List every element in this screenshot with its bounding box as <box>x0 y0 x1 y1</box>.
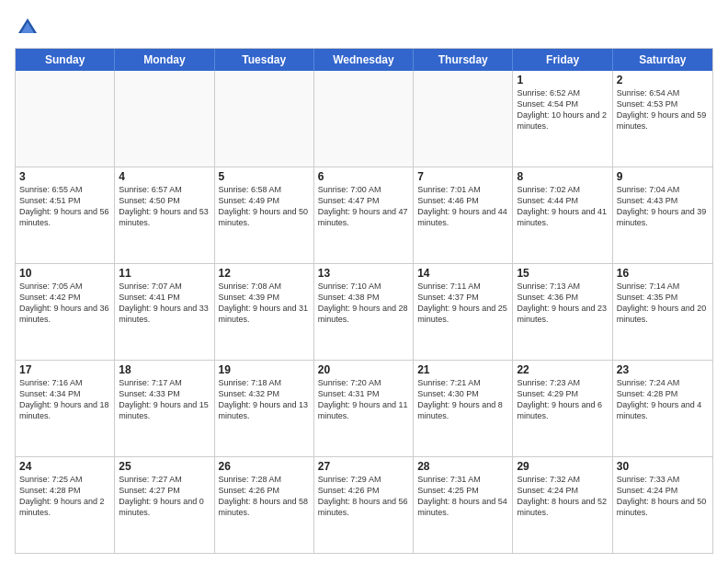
logo <box>15 15 44 40</box>
day-number: 16 <box>617 267 709 280</box>
cal-cell-r3-c4: 21Sunrise: 7:21 AM Sunset: 4:30 PM Dayli… <box>414 361 513 456</box>
header-day-friday: Friday <box>513 49 612 71</box>
calendar-header: SundayMondayTuesdayWednesdayThursdayFrid… <box>16 49 712 71</box>
cell-info: Sunrise: 6:52 AM Sunset: 4:54 PM Dayligh… <box>517 87 608 132</box>
day-number: 13 <box>318 267 409 280</box>
day-number: 23 <box>617 363 709 376</box>
cal-cell-r4-c2: 26Sunrise: 7:28 AM Sunset: 4:26 PM Dayli… <box>215 457 314 553</box>
calendar-row-1: 3Sunrise: 6:55 AM Sunset: 4:51 PM Daylig… <box>16 167 712 263</box>
cal-cell-r4-c5: 29Sunrise: 7:32 AM Sunset: 4:24 PM Dayli… <box>513 457 612 553</box>
day-number: 20 <box>318 363 409 376</box>
day-number: 15 <box>517 267 608 280</box>
cal-cell-r3-c1: 18Sunrise: 7:17 AM Sunset: 4:33 PM Dayli… <box>115 361 214 456</box>
day-number: 8 <box>517 170 608 183</box>
day-number: 21 <box>417 363 508 376</box>
day-number: 5 <box>219 170 310 183</box>
cell-info: Sunrise: 7:32 AM Sunset: 4:24 PM Dayligh… <box>517 474 608 519</box>
day-number: 7 <box>417 170 508 183</box>
cal-cell-r0-c0 <box>16 71 115 167</box>
day-number: 4 <box>119 170 210 183</box>
cell-info: Sunrise: 7:04 AM Sunset: 4:43 PM Dayligh… <box>617 184 709 229</box>
calendar-row-2: 10Sunrise: 7:05 AM Sunset: 4:42 PM Dayli… <box>16 263 712 360</box>
cal-cell-r3-c0: 17Sunrise: 7:16 AM Sunset: 4:34 PM Dayli… <box>16 361 115 456</box>
cal-cell-r1-c1: 4Sunrise: 6:57 AM Sunset: 4:50 PM Daylig… <box>115 167 214 263</box>
header-day-monday: Monday <box>115 49 214 71</box>
logo-icon <box>15 15 40 40</box>
cell-info: Sunrise: 6:55 AM Sunset: 4:51 PM Dayligh… <box>19 184 110 229</box>
cell-info: Sunrise: 7:18 AM Sunset: 4:32 PM Dayligh… <box>219 377 310 422</box>
day-number: 19 <box>219 363 310 376</box>
cal-cell-r2-c5: 15Sunrise: 7:13 AM Sunset: 4:36 PM Dayli… <box>513 264 612 360</box>
header-day-saturday: Saturday <box>613 49 712 71</box>
cal-cell-r3-c3: 20Sunrise: 7:20 AM Sunset: 4:31 PM Dayli… <box>314 361 414 456</box>
day-number: 10 <box>19 267 110 280</box>
day-number: 1 <box>517 74 608 86</box>
cal-cell-r4-c1: 25Sunrise: 7:27 AM Sunset: 4:27 PM Dayli… <box>115 457 214 553</box>
cell-info: Sunrise: 7:21 AM Sunset: 4:30 PM Dayligh… <box>417 377 508 422</box>
cal-cell-r2-c0: 10Sunrise: 7:05 AM Sunset: 4:42 PM Dayli… <box>16 264 115 360</box>
page: SundayMondayTuesdayWednesdayThursdayFrid… <box>0 0 728 563</box>
header-day-sunday: Sunday <box>16 49 115 71</box>
cal-cell-r1-c2: 5Sunrise: 6:58 AM Sunset: 4:49 PM Daylig… <box>215 167 314 263</box>
cal-cell-r4-c0: 24Sunrise: 7:25 AM Sunset: 4:28 PM Dayli… <box>16 457 115 553</box>
cal-cell-r0-c2 <box>215 71 314 167</box>
header-day-tuesday: Tuesday <box>215 49 314 71</box>
cal-cell-r0-c3 <box>314 71 414 167</box>
cell-info: Sunrise: 7:23 AM Sunset: 4:29 PM Dayligh… <box>517 377 608 422</box>
cal-cell-r3-c6: 23Sunrise: 7:24 AM Sunset: 4:28 PM Dayli… <box>613 361 712 456</box>
cal-cell-r0-c4 <box>414 71 513 167</box>
cell-info: Sunrise: 7:02 AM Sunset: 4:44 PM Dayligh… <box>517 184 608 229</box>
day-number: 12 <box>219 267 310 280</box>
header-day-thursday: Thursday <box>414 49 513 71</box>
calendar-row-0: 1Sunrise: 6:52 AM Sunset: 4:54 PM Daylig… <box>16 71 712 167</box>
cal-cell-r1-c5: 8Sunrise: 7:02 AM Sunset: 4:44 PM Daylig… <box>513 167 612 263</box>
day-number: 27 <box>318 460 409 473</box>
cal-cell-r3-c5: 22Sunrise: 7:23 AM Sunset: 4:29 PM Dayli… <box>513 361 612 456</box>
cell-info: Sunrise: 7:07 AM Sunset: 4:41 PM Dayligh… <box>119 281 210 326</box>
cal-cell-r4-c6: 30Sunrise: 7:33 AM Sunset: 4:24 PM Dayli… <box>613 457 712 553</box>
day-number: 14 <box>417 267 508 280</box>
cell-info: Sunrise: 7:00 AM Sunset: 4:47 PM Dayligh… <box>318 184 409 229</box>
header <box>15 11 713 40</box>
cal-cell-r2-c2: 12Sunrise: 7:08 AM Sunset: 4:39 PM Dayli… <box>215 264 314 360</box>
cell-info: Sunrise: 7:27 AM Sunset: 4:27 PM Dayligh… <box>119 474 210 519</box>
cell-info: Sunrise: 7:33 AM Sunset: 4:24 PM Dayligh… <box>617 474 709 519</box>
cal-cell-r2-c1: 11Sunrise: 7:07 AM Sunset: 4:41 PM Dayli… <box>115 264 214 360</box>
cell-info: Sunrise: 7:20 AM Sunset: 4:31 PM Dayligh… <box>318 377 409 422</box>
cal-cell-r0-c6: 2Sunrise: 6:54 AM Sunset: 4:53 PM Daylig… <box>613 71 712 167</box>
cal-cell-r1-c6: 9Sunrise: 7:04 AM Sunset: 4:43 PM Daylig… <box>613 167 712 263</box>
day-number: 18 <box>119 363 210 376</box>
day-number: 30 <box>617 460 709 473</box>
header-day-wednesday: Wednesday <box>314 49 414 71</box>
day-number: 2 <box>617 74 709 86</box>
day-number: 24 <box>19 460 110 473</box>
cell-info: Sunrise: 7:11 AM Sunset: 4:37 PM Dayligh… <box>417 281 508 326</box>
cell-info: Sunrise: 7:05 AM Sunset: 4:42 PM Dayligh… <box>19 281 110 326</box>
day-number: 11 <box>119 267 210 280</box>
cal-cell-r4-c4: 28Sunrise: 7:31 AM Sunset: 4:25 PM Dayli… <box>414 457 513 553</box>
cal-cell-r2-c6: 16Sunrise: 7:14 AM Sunset: 4:35 PM Dayli… <box>613 264 712 360</box>
cal-cell-r2-c3: 13Sunrise: 7:10 AM Sunset: 4:38 PM Dayli… <box>314 264 414 360</box>
cell-info: Sunrise: 7:25 AM Sunset: 4:28 PM Dayligh… <box>19 474 110 519</box>
cell-info: Sunrise: 6:58 AM Sunset: 4:49 PM Dayligh… <box>219 184 310 229</box>
cal-cell-r0-c1 <box>115 71 214 167</box>
calendar-row-4: 24Sunrise: 7:25 AM Sunset: 4:28 PM Dayli… <box>16 456 712 553</box>
cell-info: Sunrise: 7:13 AM Sunset: 4:36 PM Dayligh… <box>517 281 608 326</box>
cal-cell-r2-c4: 14Sunrise: 7:11 AM Sunset: 4:37 PM Dayli… <box>414 264 513 360</box>
day-number: 22 <box>517 363 608 376</box>
cal-cell-r3-c2: 19Sunrise: 7:18 AM Sunset: 4:32 PM Dayli… <box>215 361 314 456</box>
day-number: 6 <box>318 170 409 183</box>
cal-cell-r0-c5: 1Sunrise: 6:52 AM Sunset: 4:54 PM Daylig… <box>513 71 612 167</box>
day-number: 26 <box>219 460 310 473</box>
day-number: 25 <box>119 460 210 473</box>
day-number: 9 <box>617 170 709 183</box>
calendar-row-3: 17Sunrise: 7:16 AM Sunset: 4:34 PM Dayli… <box>16 360 712 456</box>
calendar: SundayMondayTuesdayWednesdayThursdayFrid… <box>15 48 713 554</box>
cal-cell-r1-c4: 7Sunrise: 7:01 AM Sunset: 4:46 PM Daylig… <box>414 167 513 263</box>
day-number: 29 <box>517 460 608 473</box>
day-number: 3 <box>19 170 110 183</box>
cell-info: Sunrise: 7:31 AM Sunset: 4:25 PM Dayligh… <box>417 474 508 519</box>
cal-cell-r4-c3: 27Sunrise: 7:29 AM Sunset: 4:26 PM Dayli… <box>314 457 414 553</box>
cal-cell-r1-c3: 6Sunrise: 7:00 AM Sunset: 4:47 PM Daylig… <box>314 167 414 263</box>
day-number: 28 <box>417 460 508 473</box>
